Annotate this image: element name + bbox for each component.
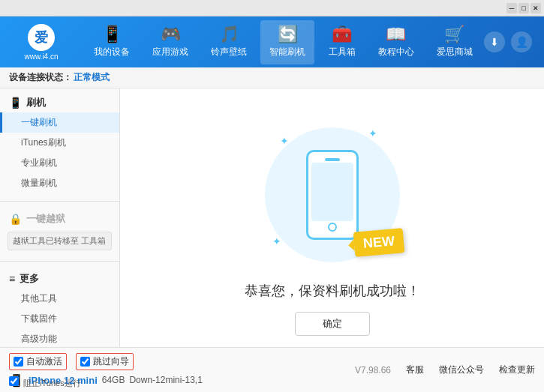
nav-items: 📱 我的设备 🎮 应用游戏 🎵 铃声壁纸 🔄 智能刷机 🧰 工具箱 📖 教程中心… xyxy=(83,16,484,67)
bottom-bar: 自动激活 跳过向导 📱 iPhone 12 mini 64GB Down-12m… xyxy=(0,347,544,392)
download-icon: ⬇ xyxy=(490,36,499,48)
skip-wizard-checkbox[interactable]: 跳过向导 xyxy=(76,353,134,370)
sidebar-pro-label: 专业刷机 xyxy=(21,157,57,168)
sparkle-icon-1: ✦ xyxy=(280,135,289,147)
more-icon: ≡ xyxy=(9,273,15,285)
sidebar-group-flash-label: 刷机 xyxy=(26,96,46,109)
jailbreak-info-text: 越狱工具已转移至 工具箱 xyxy=(13,236,106,245)
status-label: 设备连接状态： xyxy=(9,71,72,84)
itunes-status: 阻止iTunes运行 xyxy=(9,376,81,389)
status-value: 正常模式 xyxy=(74,71,110,84)
nav-toolbox[interactable]: 🧰 工具箱 xyxy=(320,20,365,64)
success-text: 恭喜您，保资料刷机成功啦！ xyxy=(245,282,420,300)
bottom-right: V7.98.66 客服 微信公众号 检查更新 xyxy=(355,364,535,376)
sidebar-group-more-label: 更多 xyxy=(20,272,39,286)
device-storage: 64GB xyxy=(102,375,125,385)
skip-wizard-label: 跳过向导 xyxy=(93,355,129,368)
sidebar-group-more: ≡ 更多 xyxy=(0,269,119,289)
check-update-link[interactable]: 检查更新 xyxy=(499,364,535,376)
nav-ringtones[interactable]: 🎵 铃声壁纸 xyxy=(202,20,256,64)
nav-ringtones-icon: 🎵 xyxy=(219,26,239,43)
new-badge: NEW xyxy=(353,228,404,257)
nav-smart-flash[interactable]: 🔄 智能刷机 xyxy=(260,20,314,64)
nav-apps-games[interactable]: 🎮 应用游戏 xyxy=(143,20,197,64)
auto-start-label: 自动激活 xyxy=(26,355,62,368)
sparkle-icon-3: ✦ xyxy=(272,235,281,247)
nav-toolbox-label: 工具箱 xyxy=(329,46,356,58)
support-link[interactable]: 客服 xyxy=(406,364,424,376)
itunes-checkbox[interactable] xyxy=(9,376,19,386)
logo-icon: 爱 xyxy=(28,24,55,51)
sidebar-itunes-label: iTunes刷机 xyxy=(21,137,66,148)
sidebar-section-jailbreak: 🔒 一键越狱 越狱工具已转移至 工具箱 xyxy=(0,205,119,258)
sidebar-item-one-click-flash[interactable]: 一键刷机 xyxy=(0,112,119,133)
minimize-button[interactable]: ─ xyxy=(506,3,517,13)
bottom-checkboxes: 自动激活 跳过向导 xyxy=(9,353,203,370)
sidebar-item-micro-flash[interactable]: 微量刷机 xyxy=(0,173,119,193)
phone-screen xyxy=(311,163,353,221)
phone-illustration: ✦ ✦ ✦ NEW xyxy=(257,120,407,270)
nav-mall[interactable]: 🛒 爱思商城 xyxy=(428,20,482,64)
sidebar-micro-label: 微量刷机 xyxy=(21,178,57,188)
close-button[interactable]: ✕ xyxy=(530,3,541,13)
version-label: V7.98.66 xyxy=(355,365,391,376)
sidebar-section-more: ≡ 更多 其他工具 下载固件 高级功能 xyxy=(0,265,119,354)
phone-speaker xyxy=(325,158,340,161)
sidebar-item-pro-flash[interactable]: 专业刷机 xyxy=(0,153,119,173)
lock-icon: 🔒 xyxy=(9,213,22,225)
user-icon: 👤 xyxy=(515,36,528,48)
jailbreak-info: 越狱工具已转移至 工具箱 xyxy=(8,232,112,250)
title-bar: ─ □ ✕ xyxy=(0,0,544,16)
top-nav: 爱 www.i4.cn 📱 我的设备 🎮 应用游戏 🎵 铃声壁纸 🔄 智能刷机 … xyxy=(0,16,544,67)
success-content: ✦ ✦ ✦ NEW 恭喜您，保资料刷机成功啦！ 确定 查看日志 xyxy=(245,120,420,361)
nav-my-device-icon: 📱 xyxy=(102,26,122,43)
confirm-button[interactable]: 确定 xyxy=(295,312,370,336)
auto-start-checkbox[interactable]: 自动激活 xyxy=(9,353,67,370)
logo[interactable]: 爱 www.i4.cn xyxy=(0,24,83,61)
auto-start-input[interactable] xyxy=(14,357,23,367)
download-button[interactable]: ⬇ xyxy=(484,31,505,52)
wechat-link[interactable]: 微信公众号 xyxy=(439,364,484,376)
skip-wizard-input[interactable] xyxy=(80,357,90,367)
user-button[interactable]: 👤 xyxy=(511,31,532,52)
sidebar-one-click-label: 一键刷机 xyxy=(21,117,57,127)
sidebar-divider-1 xyxy=(0,201,119,202)
device-system: Down-12mini-13,1 xyxy=(129,375,202,385)
nav-apps-label: 应用游戏 xyxy=(152,46,188,58)
sidebar-group-jailbreak: 🔒 一键越狱 xyxy=(0,209,119,229)
nav-smart-flash-label: 智能刷机 xyxy=(269,46,305,58)
sidebar-group-jailbreak-label: 一键越狱 xyxy=(26,212,65,226)
advanced-label: 高级功能 xyxy=(21,334,57,344)
phone-shape xyxy=(306,150,359,240)
flash-group-icon: 📱 xyxy=(9,97,22,109)
nav-tutorial-icon: 📖 xyxy=(386,26,406,43)
nav-ringtones-label: 铃声壁纸 xyxy=(211,46,247,58)
nav-mall-label: 爱思商城 xyxy=(437,46,473,58)
sidebar-item-advanced[interactable]: 高级功能 xyxy=(0,329,119,349)
maximize-button[interactable]: □ xyxy=(518,3,529,13)
sidebar-item-download-firmware[interactable]: 下载固件 xyxy=(0,309,119,329)
sidebar-section-flash: 📱 刷机 一键刷机 iTunes刷机 专业刷机 微量刷机 xyxy=(0,88,119,198)
nav-tutorial[interactable]: 📖 教程中心 xyxy=(369,20,423,64)
sidebar-item-itunes-flash[interactable]: iTunes刷机 xyxy=(0,133,119,153)
nav-toolbox-icon: 🧰 xyxy=(332,26,352,43)
download-firmware-label: 下载固件 xyxy=(21,313,57,324)
sparkle-icon-2: ✦ xyxy=(368,127,377,139)
nav-my-device-label: 我的设备 xyxy=(94,46,130,58)
itunes-status-text: 阻止iTunes运行 xyxy=(23,379,81,388)
phone-home-button xyxy=(328,223,337,232)
nav-tutorial-label: 教程中心 xyxy=(378,46,414,58)
nav-apps-icon: 🎮 xyxy=(161,26,181,43)
nav-right-actions: ⬇ 👤 xyxy=(484,31,544,52)
status-bar: 设备连接状态： 正常模式 xyxy=(0,67,544,88)
other-tools-label: 其他工具 xyxy=(21,293,57,304)
sidebar-divider-2 xyxy=(0,261,119,262)
nav-mall-icon: 🛒 xyxy=(444,26,464,43)
nav-my-device[interactable]: 📱 我的设备 xyxy=(85,20,139,64)
logo-subtext: www.i4.cn xyxy=(24,52,58,61)
sidebar-group-flash: 📱 刷机 xyxy=(0,93,119,112)
sidebar-item-other-tools[interactable]: 其他工具 xyxy=(0,289,119,309)
nav-smart-flash-icon: 🔄 xyxy=(278,26,298,43)
